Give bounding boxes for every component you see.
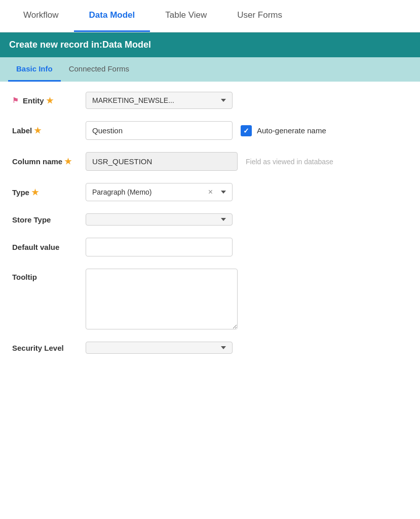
tooltip-label: Tooltip (12, 269, 86, 281)
column-name-row: Column name ★ Field as viewed in databas… (12, 152, 408, 171)
auto-generate-label: Auto-generate name (257, 126, 326, 135)
entity-row: ⚑ Entity ★ MARKETING_NEWSLE... (12, 92, 408, 109)
form-area: ⚑ Entity ★ MARKETING_NEWSLE... Label ★ ✓… (0, 82, 420, 376)
column-name-note: Field as viewed in database (246, 158, 333, 166)
sub-tab-basic-info[interactable]: Basic Info (8, 57, 61, 82)
security-level-row: Security Level (12, 342, 408, 354)
default-value-row: Default value (12, 238, 408, 256)
store-type-row: Store Type (12, 213, 408, 226)
top-navigation: Workflow Data Model Table View User Form… (0, 0, 420, 32)
entity-flag-icon: ⚑ (12, 96, 19, 104)
label-input[interactable] (86, 121, 233, 140)
type-label: Type ★ (12, 188, 86, 197)
column-name-input[interactable] (86, 152, 238, 171)
type-chevron-down-icon (221, 191, 226, 194)
label-row: Label ★ ✓ Auto-generate name (12, 121, 408, 140)
sub-tab-connected-forms[interactable]: Connected Forms (61, 57, 137, 82)
entity-label: ⚑ Entity ★ (12, 96, 86, 105)
security-level-label: Security Level (12, 344, 86, 352)
nav-tab-workflow[interactable]: Workflow (8, 0, 74, 32)
entity-dropdown[interactable]: MARKETING_NEWSLE... (86, 92, 233, 109)
tooltip-row: Tooltip (12, 269, 408, 329)
nav-tab-table-view[interactable]: Table View (150, 0, 222, 32)
default-value-label: Default value (12, 243, 86, 251)
auto-generate-area: ✓ Auto-generate name (241, 125, 326, 136)
security-level-chevron-down-icon (221, 346, 226, 349)
type-controls: × (208, 188, 226, 197)
label-required-star: ★ (34, 126, 41, 135)
auto-generate-checkbox[interactable]: ✓ (241, 125, 252, 136)
label-label: Label ★ (12, 126, 86, 135)
entity-required-star: ★ (46, 96, 53, 105)
type-required-star: ★ (31, 188, 39, 197)
store-type-dropdown[interactable] (86, 213, 233, 226)
checkbox-check-icon: ✓ (243, 127, 249, 135)
type-clear-icon[interactable]: × (208, 188, 213, 197)
nav-tab-user-forms[interactable]: User Forms (222, 0, 297, 32)
type-dropdown[interactable]: Paragraph (Memo) × (86, 183, 233, 201)
sub-tab-bar: Basic Info Connected Forms (0, 57, 420, 82)
type-row: Type ★ Paragraph (Memo) × (12, 183, 408, 201)
store-type-label: Store Type (12, 215, 86, 224)
store-type-chevron-down-icon (221, 218, 226, 221)
column-name-label: Column name ★ (12, 157, 86, 166)
entity-chevron-down-icon (221, 99, 226, 102)
column-name-required-star: ★ (64, 157, 71, 166)
security-level-dropdown[interactable] (86, 342, 233, 354)
default-value-input[interactable] (86, 238, 233, 256)
nav-tab-data-model[interactable]: Data Model (74, 0, 150, 32)
tooltip-textarea[interactable] (86, 269, 238, 329)
page-banner: Create new record in:Data Model (0, 32, 420, 57)
